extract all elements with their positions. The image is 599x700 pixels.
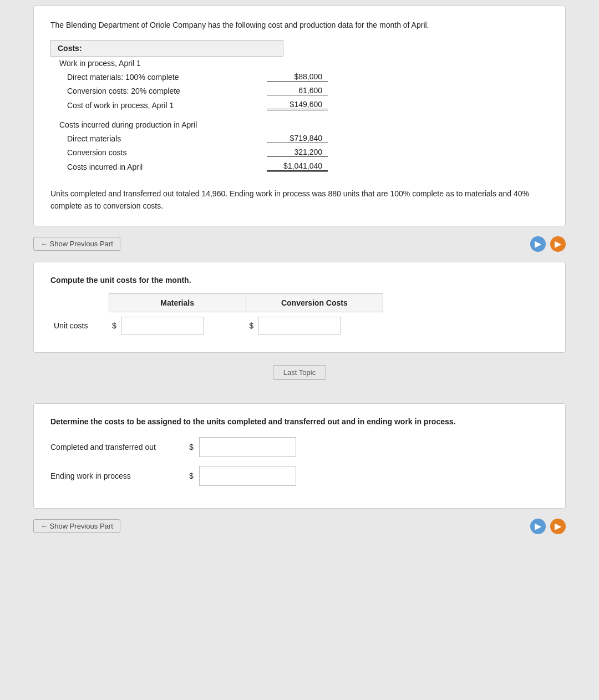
conversion-input-cell: $ bbox=[246, 312, 383, 339]
conversion-costs-row: Conversion costs: 20% complete 61,600 bbox=[50, 84, 328, 98]
determine-instruction: Determine the costs to be assigned to th… bbox=[50, 417, 549, 426]
completed-transferred-row: Completed and transferred out $ bbox=[50, 437, 549, 457]
bottom-nav-icon-orange[interactable]: ▶ bbox=[550, 519, 566, 534]
compute-card: Compute the unit costs for the month. Ma… bbox=[33, 262, 566, 353]
cost-table: Work in process, April 1 Direct material… bbox=[50, 57, 328, 174]
conversion-unit-cost-input[interactable] bbox=[258, 317, 341, 334]
nav-icon-orange[interactable]: ▶ bbox=[550, 236, 566, 252]
conversion-costs2-row: Conversion costs 321,200 bbox=[50, 145, 328, 159]
direct-materials2-row: Direct materials $719,840 bbox=[50, 131, 328, 145]
prev-button-2[interactable]: ← Show Previous Part bbox=[33, 519, 120, 533]
cost-wip-value: $149,600 bbox=[267, 100, 328, 110]
cost-wip-row: Cost of work in process, April 1 $149,60… bbox=[50, 98, 328, 113]
conversion-costs-label: Conversion costs: 20% complete bbox=[67, 87, 267, 95]
bottom-nav-row: ← Show Previous Part ▶ ▶ bbox=[0, 514, 599, 543]
conversion-costs-value: 61,600 bbox=[267, 86, 328, 95]
nav-row-1: ← Show Previous Part ▶ ▶ bbox=[0, 232, 599, 256]
dollar-sign-4: $ bbox=[189, 471, 194, 480]
play-icon-4: ▶ bbox=[555, 521, 561, 531]
unit-costs-row: Unit costs $ $ bbox=[50, 312, 383, 339]
direct-materials2-value: $719,840 bbox=[267, 134, 328, 143]
cost-wip-label: Cost of work in process, April 1 bbox=[67, 101, 267, 110]
compute-instruction: Compute the unit costs for the month. bbox=[50, 276, 549, 285]
incurred-label: Costs incurred during production in Apri… bbox=[59, 120, 328, 129]
direct-materials-value: $88,000 bbox=[267, 72, 328, 82]
bottom-nav-icon-blue[interactable]: ▶ bbox=[530, 519, 546, 534]
direct-materials2-label: Direct materials bbox=[67, 134, 267, 143]
play-icon-3: ▶ bbox=[535, 521, 541, 531]
direct-materials-label: Direct materials: 100% complete bbox=[67, 73, 267, 82]
conversion-costs2-label: Conversion costs bbox=[67, 148, 267, 157]
cost-data-card: The Blending Department of Oriole Compan… bbox=[33, 6, 566, 226]
dollar-sign-2: $ bbox=[249, 321, 256, 330]
play-icon-2: ▶ bbox=[555, 239, 561, 249]
prev-button-1[interactable]: ← Show Previous Part bbox=[33, 237, 120, 251]
last-topic-button[interactable]: Last Topic bbox=[273, 365, 326, 380]
dollar-sign-1: $ bbox=[112, 321, 119, 330]
costs-incurred-label: Costs incurred in April bbox=[67, 163, 267, 171]
completed-transferred-input[interactable] bbox=[199, 437, 296, 457]
nav-icon-blue[interactable]: ▶ bbox=[530, 236, 546, 252]
wip-label: Work in process, April 1 bbox=[59, 59, 328, 68]
wip-label-row: Work in process, April 1 bbox=[50, 57, 328, 70]
materials-unit-cost-input[interactable] bbox=[121, 317, 204, 334]
bottom-nav-icons: ▶ ▶ bbox=[530, 519, 566, 534]
page-wrapper: The Blending Department of Oriole Compan… bbox=[0, 0, 599, 700]
ending-wip-input[interactable] bbox=[199, 466, 296, 486]
col-conversion-header: Conversion Costs bbox=[246, 293, 383, 312]
materials-input-cell: $ bbox=[109, 312, 246, 339]
costs-header: Costs: bbox=[50, 40, 283, 57]
units-note: Units completed and transferred out tota… bbox=[50, 187, 549, 212]
incurred-label-row: Costs incurred during production in Apri… bbox=[50, 118, 328, 131]
ending-wip-label: Ending work in process bbox=[50, 471, 184, 480]
completed-transferred-label: Completed and transferred out bbox=[50, 443, 184, 452]
ending-wip-row: Ending work in process $ bbox=[50, 466, 549, 486]
costs-incurred-value: $1,041,040 bbox=[267, 161, 328, 172]
nav-icons-1: ▶ ▶ bbox=[530, 236, 566, 252]
costs-incurred-row: Costs incurred in April $1,041,040 bbox=[50, 159, 328, 174]
determine-card: Determine the costs to be assigned to th… bbox=[33, 403, 566, 509]
conversion-costs2-value: 321,200 bbox=[267, 148, 328, 157]
unit-costs-table: Materials Conversion Costs Unit costs $ … bbox=[50, 293, 383, 339]
play-icon: ▶ bbox=[535, 239, 541, 249]
col-materials-header: Materials bbox=[109, 293, 246, 312]
direct-materials-row: Direct materials: 100% complete $88,000 bbox=[50, 70, 328, 84]
intro-text: The Blending Department of Oriole Compan… bbox=[50, 19, 549, 31]
unit-costs-label: Unit costs bbox=[50, 312, 109, 339]
dollar-sign-3: $ bbox=[189, 443, 194, 452]
last-topic-row: Last Topic bbox=[0, 358, 599, 387]
